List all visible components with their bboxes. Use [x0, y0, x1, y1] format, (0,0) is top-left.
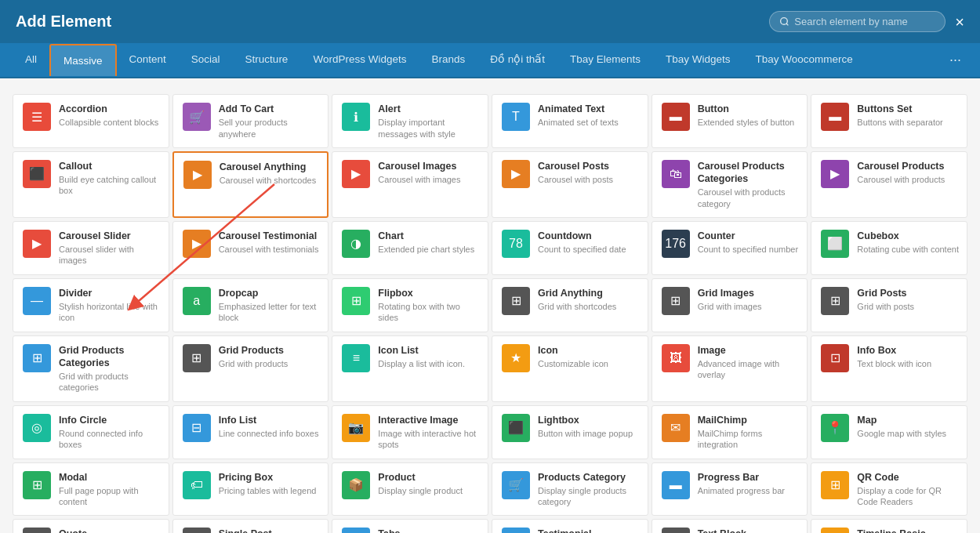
element-card-single-post[interactable]: 📄Single PostCustomizable post with many …	[172, 519, 329, 533]
element-info-info-box: Info BoxText block with icon	[857, 344, 959, 370]
element-card-carousel-images[interactable]: ▶Carousel ImagesCarousel with images	[332, 151, 488, 218]
element-icon-chart: ◑	[342, 230, 370, 258]
close-button[interactable]: ×	[955, 14, 964, 30]
element-desc-carousel-products-categories: Carousel with products category	[698, 187, 800, 209]
element-card-alert[interactable]: ℹAlertDisplay important messages with st…	[332, 94, 488, 148]
tab-social[interactable]: Social	[179, 44, 233, 77]
element-card-carousel-products[interactable]: ▶Carousel ProductsCarousel with products	[811, 151, 967, 218]
element-card-mailchimp[interactable]: ✉MailChimpMailChimp forms integration	[652, 405, 808, 459]
element-card-button[interactable]: ▬ButtonExtended styles of button	[652, 94, 808, 148]
element-card-product[interactable]: 📦ProductDisplay single product	[332, 462, 488, 517]
element-info-accordion: AccordionCollapsible content blocks	[59, 103, 161, 129]
element-card-modal[interactable]: ⊞ModalFull page popup with content	[13, 462, 169, 517]
element-card-quote[interactable]: ❝QuoteQuote text block	[13, 519, 169, 533]
element-name-countdown: Countdown	[538, 230, 640, 242]
element-card-carousel-posts[interactable]: ▶Carousel PostsCarousel with posts	[492, 151, 648, 218]
element-icon-quote: ❝	[23, 528, 51, 533]
element-card-icon[interactable]: ★IconCustomizable icon	[492, 335, 648, 402]
element-card-tabs[interactable]: ⊟TabsTabbed content blocks	[332, 519, 488, 533]
element-icon-add-to-cart: 🛒	[183, 103, 211, 131]
element-card-progress-bar[interactable]: ▬Progress BarAnimated progress bar	[652, 462, 808, 517]
element-icon-text-block: T	[662, 528, 690, 533]
element-name-mailchimp: MailChimp	[698, 414, 800, 426]
tab-brands[interactable]: Brands	[419, 44, 477, 77]
element-card-flipbox[interactable]: ⊞FlipboxRotating box with two sides	[332, 278, 488, 332]
search-box[interactable]	[769, 11, 946, 32]
element-icon-product: 📦	[342, 471, 370, 499]
element-card-countdown[interactable]: 78CountdownCount to specified date	[492, 221, 648, 275]
element-card-buttons-set[interactable]: ▬Buttons SetButtons with separator	[811, 94, 967, 148]
tab-content[interactable]: Content	[117, 44, 179, 77]
element-card-info-box[interactable]: ⊡Info BoxText block with icon	[811, 335, 967, 402]
element-info-map: MapGoogle map with styles	[857, 414, 959, 440]
element-card-grid-products[interactable]: ⊞Grid ProductsGrid with products	[172, 335, 329, 402]
element-card-animated-text[interactable]: TAnimated TextAnimated set of texts	[492, 94, 648, 148]
tab-wordpress-widgets[interactable]: WordPress Widgets	[300, 44, 419, 77]
element-card-cubebox[interactable]: ⬜CubeboxRotating cube with content	[811, 221, 967, 275]
element-info-callout: CalloutBuild eye catching callout box	[59, 160, 161, 197]
tab-massive[interactable]: Massive	[49, 44, 117, 76]
element-card-pricing-box[interactable]: 🏷Pricing BoxPricing tables with legend	[172, 462, 329, 517]
element-card-testimonial[interactable]: 💬TestimonialStylish recommendation box	[492, 519, 648, 533]
element-desc-counter: Count to specified number	[698, 244, 800, 255]
element-desc-map: Google map with styles	[857, 428, 959, 439]
element-name-accordion: Accordion	[59, 103, 161, 115]
element-card-grid-posts[interactable]: ⊞Grid PostsGrid with posts	[811, 278, 967, 332]
element-info-divider: DividerStylish horizontal line with icon	[59, 287, 161, 324]
element-card-info-circle[interactable]: ◎Info CircleRound connected info boxes	[13, 405, 169, 459]
element-info-alert: AlertDisplay important messages with sty…	[378, 103, 480, 140]
element-info-add-to-cart: Add To CartSell your products anywhere	[219, 103, 321, 140]
tab-tbay-elements[interactable]: Tbay Elements	[557, 44, 653, 77]
element-icon-qr-code: ⊞	[821, 471, 849, 499]
element-icon-icon-list: ≡	[342, 344, 370, 372]
element-desc-icon: Customizable icon	[538, 358, 640, 369]
element-card-grid-anything[interactable]: ⊞Grid AnythingGrid with shortcodes	[492, 278, 648, 332]
element-name-animated-text: Animated Text	[538, 103, 640, 115]
element-card-carousel-testimonial[interactable]: ▶Carousel TestimonialCarousel with testi…	[172, 221, 329, 275]
element-card-qr-code[interactable]: ⊞QR CodeDisplay a code for QR Code Reade…	[811, 462, 967, 517]
element-card-carousel-anything[interactable]: ▶Carousel AnythingCarousel with shortcod…	[172, 151, 329, 218]
nav-tabs: All Massive Content Social Structure Wor…	[0, 43, 980, 78]
element-card-add-to-cart[interactable]: 🛒Add To CartSell your products anywhere	[172, 94, 329, 148]
element-card-carousel-products-categories[interactable]: 🛍Carousel Products CategoriesCarousel wi…	[652, 151, 808, 218]
element-card-map[interactable]: 📍MapGoogle map with styles	[811, 405, 967, 459]
element-card-carousel-slider[interactable]: ▶Carousel SliderCarousel slider with ima…	[13, 221, 169, 275]
element-name-qr-code: QR Code	[857, 471, 959, 484]
element-desc-carousel-images: Carousel with images	[378, 174, 480, 185]
element-card-timeline-basic[interactable]: ⏳Timeline BasicSimple timeline shortcode	[811, 519, 967, 533]
element-icon-buttons-set: ▬	[821, 103, 849, 131]
element-card-dropcap[interactable]: aDropcapEmphasized letter for text block	[172, 278, 329, 332]
element-card-icon-list[interactable]: ≡Icon ListDisplay a list with icon.	[332, 335, 488, 402]
search-input[interactable]	[794, 16, 935, 27]
element-desc-pricing-box: Pricing tables with legend	[219, 485, 321, 496]
nav-more-button[interactable]: ···	[943, 52, 967, 68]
element-info-grid-products: Grid ProductsGrid with products	[219, 344, 321, 370]
element-card-chart[interactable]: ◑ChartExtended pie chart styles	[332, 221, 488, 275]
element-card-divider[interactable]: —DividerStylish horizontal line with ico…	[13, 278, 169, 332]
element-card-accordion[interactable]: ☰AccordionCollapsible content blocks	[13, 94, 169, 148]
tab-all[interactable]: All	[13, 44, 49, 77]
element-desc-carousel-anything: Carousel with shortcodes	[220, 175, 320, 186]
element-card-products-category[interactable]: 🛒Products CategoryDisplay single product…	[492, 462, 648, 517]
element-name-interactive-image: Interactive Image	[378, 414, 480, 426]
element-card-info-list[interactable]: ⊟Info ListLine connected info boxes	[172, 405, 329, 459]
element-card-grid-images[interactable]: ⊞Grid ImagesGrid with images	[652, 278, 808, 332]
element-card-callout[interactable]: ⬛CalloutBuild eye catching callout box	[13, 151, 169, 218]
element-name-timeline-basic: Timeline Basic	[857, 528, 959, 533]
tab-structure[interactable]: Structure	[233, 44, 301, 77]
element-card-image[interactable]: 🖼ImageAdvanced image with overlay	[652, 335, 808, 402]
element-info-icon: IconCustomizable icon	[538, 344, 640, 370]
element-icon-testimonial: 💬	[502, 528, 530, 533]
element-card-counter[interactable]: 176CounterCount to specified number	[652, 221, 808, 275]
element-card-interactive-image[interactable]: 📷Interactive ImageImage with interactive…	[332, 405, 488, 459]
tab-do-noi-that[interactable]: Đồ nội thất	[477, 43, 557, 77]
tab-tbay-woocommerce[interactable]: Tbay Woocommerce	[743, 44, 866, 77]
element-card-text-block[interactable]: TText BlockDisplay a text with font form…	[652, 519, 808, 533]
element-info-counter: CounterCount to specified number	[698, 230, 800, 256]
element-icon-animated-text: T	[502, 103, 530, 131]
element-card-grid-products-categories[interactable]: ⊞Grid Products CategoriesGrid with produ…	[13, 335, 169, 402]
element-desc-progress-bar: Animated progress bar	[698, 485, 800, 496]
tab-tbay-widgets[interactable]: Tbay Widgets	[653, 44, 743, 77]
element-info-text-block: Text BlockDisplay a text with font forma…	[698, 528, 800, 533]
element-card-lightbox[interactable]: ⬛LightboxButton with image popup	[492, 405, 648, 459]
